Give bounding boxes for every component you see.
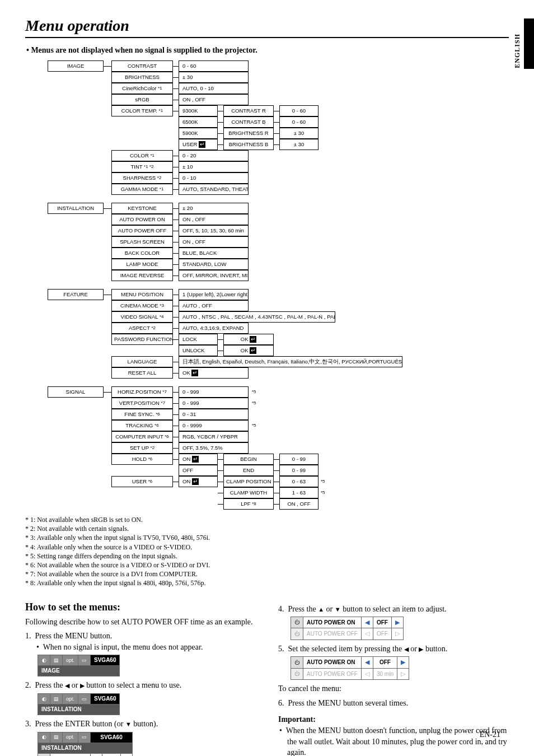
tree-cell: HORIZ.POSITION *7 bbox=[111, 386, 173, 398]
osd-row-label: AUTO POWER OFF bbox=[303, 668, 362, 679]
tree-cell: MENU POSITION bbox=[111, 289, 173, 300]
osd-row-value: OFF bbox=[373, 617, 391, 628]
tree-cell: ON ↵ bbox=[179, 454, 218, 465]
osd-tab-icon: ◐ bbox=[38, 655, 50, 666]
tree-cell: IMAGE bbox=[48, 60, 104, 72]
step-1: 1. Press the MENU button. bbox=[25, 631, 256, 642]
tree-cell: USER *6 bbox=[111, 476, 173, 487]
tree-cell: 1 (Upper left), 2(Lower right) bbox=[179, 289, 249, 300]
osd-row-value: 30 min bbox=[373, 668, 397, 679]
side-tab bbox=[524, 18, 534, 69]
tree-cell: FINE SYNC. *6 bbox=[111, 409, 173, 420]
tree-cell: VERT.POSITION *7 bbox=[111, 398, 173, 409]
tree-cell: UNLOCK bbox=[179, 345, 218, 356]
tree-cell: GAMMA MODE *1 bbox=[111, 184, 173, 195]
tree-cell: FEATURE bbox=[48, 289, 104, 300]
footnote: * 1: Not available when sRGB is set to O… bbox=[25, 515, 509, 524]
t: When the MENU button doesn't function, u… bbox=[286, 726, 507, 756]
tree-cell: 0 - 99 bbox=[279, 454, 318, 465]
tree-cell: OK ↵ bbox=[223, 345, 274, 356]
menu-tree: IMAGECONTRAST0 - 60BRIGHTNESS± 30CineRic… bbox=[25, 60, 509, 510]
tree-cell: COLOR *1 bbox=[111, 150, 173, 161]
tree-cell: SIGNAL bbox=[48, 386, 104, 398]
tree-cell: OK ↵ bbox=[179, 367, 249, 379]
footnote: * 7: Not available when the source is a … bbox=[25, 570, 509, 578]
step-1-sub: • When no signal is input, the menu does… bbox=[25, 642, 256, 653]
footnote: * 4: Available only when the source is a… bbox=[25, 543, 509, 552]
step-3: 3. Press the ENTER button (or button). bbox=[25, 718, 256, 730]
tree-cell: CONTRAST R bbox=[223, 105, 274, 116]
tree-cell: 0 - 9999 bbox=[179, 420, 249, 431]
tree-cell: 6500K bbox=[179, 116, 218, 128]
osd-step2: ◐▤opt.▭ SVGA60 INSTALLATION bbox=[38, 693, 120, 715]
tree-cell: AUTO, 0 - 10 bbox=[179, 83, 249, 94]
osd-heading: IMAGE bbox=[38, 666, 120, 676]
tree-cell: ON , OFF bbox=[279, 498, 318, 510]
tree-cell: ± 30 bbox=[279, 128, 318, 139]
tree-cell: ASPECT *2 bbox=[111, 323, 173, 334]
important-heading: Important: bbox=[278, 714, 509, 725]
tree-cell: ± 10 bbox=[179, 161, 249, 172]
footnote: * 2: Not available with certain signals. bbox=[25, 524, 509, 533]
osd-step5: ⏻ AUTO POWER ON OFF ⏻ AUTO POWER OFF 30 … bbox=[291, 656, 409, 680]
footnote: * 8: Available only when the input signa… bbox=[25, 578, 509, 587]
tree-cell: INSTALLATION bbox=[48, 203, 104, 214]
tree-cell: VIDEO SIGNAL *4 bbox=[111, 311, 173, 323]
left-icon bbox=[365, 619, 369, 626]
tree-cell: 5900K bbox=[179, 128, 218, 139]
step-5: 5. Set the selected item by pressing the… bbox=[278, 643, 509, 655]
tree-cell: BRIGHTNESS B bbox=[223, 139, 274, 150]
tree-cell: END bbox=[223, 465, 274, 476]
tree-cell: RGB, YCBCR / YPBPR bbox=[179, 431, 249, 442]
t: Press the bbox=[35, 681, 65, 689]
tree-cell: ± 30 bbox=[179, 72, 249, 83]
t: button. bbox=[423, 645, 447, 653]
page-number: EN-21 bbox=[480, 730, 500, 739]
tree-cell: HOLD *6 bbox=[111, 454, 173, 465]
tree-cell: AUTO POWER OFF bbox=[111, 225, 173, 236]
osd-step1: ◐ ▤ opt. ▭ SVGA60 IMAGE bbox=[38, 655, 120, 676]
t: or bbox=[324, 605, 335, 613]
tree-cell: 0 - 60 bbox=[279, 105, 318, 116]
tree-cell: BLUE, BLACK bbox=[179, 248, 249, 259]
tree-cell: 0 - 99 bbox=[279, 465, 318, 476]
osd-tab-icon: opt. bbox=[63, 655, 78, 666]
tree-cell: COMPUTER INPUT *6 bbox=[111, 431, 173, 442]
osd-row-value: OFF bbox=[373, 628, 391, 640]
step-4: 4. Press the or button to select an item… bbox=[278, 604, 509, 615]
tree-cell: CLAMP WIDTH bbox=[223, 487, 274, 498]
tree-cell: PASSWORD FUNCTION bbox=[111, 334, 173, 345]
tree-cell: AUTO , OFF bbox=[179, 300, 249, 311]
osd-row-label: AUTO POWER ON bbox=[303, 617, 362, 628]
tree-cell: TRACKING *6 bbox=[111, 420, 173, 431]
tree-cell: OFF, 3.5%, 7.5% bbox=[179, 442, 249, 454]
tree-cell: 0 - 31 bbox=[179, 409, 249, 420]
tree-cell: OFF, MIRROR, INVERT, MIRROR INVERT bbox=[179, 270, 249, 281]
left-icon bbox=[365, 670, 369, 677]
tree-cell: USER ↵ bbox=[179, 139, 218, 150]
t: button to select an item to adjust. bbox=[341, 605, 447, 613]
down-icon bbox=[125, 720, 132, 728]
tree-cell: 0 - 63 bbox=[279, 476, 318, 487]
tree-cell: LANGUAGE bbox=[111, 356, 173, 367]
osd-heading: INSTALLATION bbox=[38, 704, 120, 715]
tree-cell: CONTRAST B bbox=[223, 116, 274, 128]
left-icon bbox=[65, 681, 69, 689]
footnote: * 5: Setting range differs depending on … bbox=[25, 552, 509, 561]
tree-cell: RESET ALL bbox=[111, 367, 173, 379]
tree-cell: BEGIN bbox=[223, 454, 274, 465]
osd-step3: ◐▤opt.▭ SVGA60 INSTALLATION ▱ KEYSTONE 0… bbox=[38, 732, 133, 756]
tree-cell: LOCK bbox=[179, 334, 218, 345]
t: Press the ENTER button (or bbox=[35, 720, 125, 728]
osd-mode: SVGA60 bbox=[91, 655, 120, 666]
right-icon bbox=[80, 681, 85, 689]
osd-heading: INSTALLATION bbox=[38, 743, 133, 753]
left-icon bbox=[365, 659, 369, 665]
tree-cell: BRIGHTNESS bbox=[111, 72, 173, 83]
tree-cell: AUTO, STANDARD, THEATER1, THEATER2 bbox=[179, 184, 249, 195]
tree-cell: 0 - 60 bbox=[179, 60, 249, 72]
tree-cell: BRIGHTNESS R bbox=[223, 128, 274, 139]
osd-tab-icon: ▤ bbox=[50, 655, 63, 666]
tree-cell: CLAMP POSITION bbox=[223, 476, 274, 487]
osd-row-label: AUTO POWER OFF bbox=[303, 628, 362, 640]
